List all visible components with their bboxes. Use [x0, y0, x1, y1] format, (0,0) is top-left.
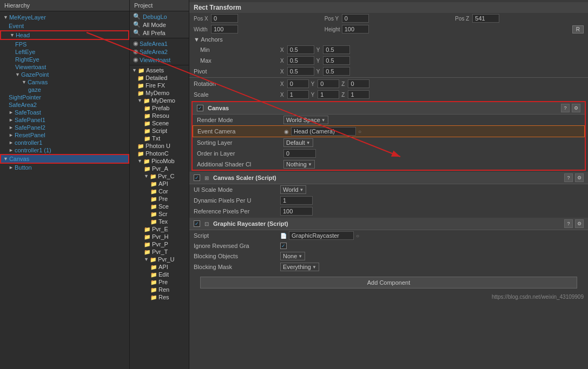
folder-mydemo1[interactable]: 📁 MyDemo — [130, 89, 189, 97]
folder-sce[interactable]: 📁 Sce — [130, 203, 189, 210]
project-search-item[interactable]: 🔍 DebugLo — [130, 12, 189, 21]
folder-pvr-e[interactable]: 📁 Pvr_E — [130, 225, 189, 233]
anchor-min-y[interactable] — [323, 45, 350, 54]
scaler-help-icon[interactable]: ? — [564, 173, 573, 182]
hierarchy-item-head[interactable]: ▼ Head — [0, 30, 129, 40]
folder-script[interactable]: 📁 Script — [130, 127, 189, 135]
ui-scale-dropdown[interactable]: World ▼ — [280, 185, 306, 194]
canvas-settings-icon[interactable]: ⚙ — [572, 104, 580, 112]
folder-assets[interactable]: ▼ 📁 Assets — [130, 66, 189, 74]
folder-scr[interactable]: 📁 Scr — [130, 210, 189, 218]
scene-safearea1[interactable]: ◉ SafeArea1 — [130, 39, 189, 48]
height-input[interactable] — [342, 25, 369, 33]
folder-cor[interactable]: 📁 Cor — [130, 187, 189, 195]
raycaster-settings-icon[interactable]: ⚙ — [575, 219, 584, 228]
canvas-help-icon[interactable]: ? — [561, 104, 570, 112]
canvas-section-header[interactable]: Canvas ? ⚙ — [193, 102, 585, 115]
blocking-objects-dropdown[interactable]: None ▼ — [280, 252, 305, 260]
sorting-layer-dropdown[interactable]: Default ▼ — [283, 138, 313, 147]
pivot-y[interactable] — [323, 67, 350, 76]
folder-photonc[interactable]: 📁 PhotonC — [130, 150, 189, 157]
hierarchy-item-viewertoast[interactable]: Viewertoast — [0, 63, 129, 71]
folder-api1[interactable]: 📁 API — [130, 180, 189, 187]
render-mode-dropdown[interactable]: World Space ▼ — [283, 116, 328, 124]
hierarchy-item-fps[interactable]: FPS — [0, 41, 129, 48]
anchor-min-x[interactable] — [287, 45, 314, 54]
folder-pvr-c[interactable]: ▼ 📁 Pvr_C — [130, 172, 189, 180]
hierarchy-item-resetpanel[interactable]: ► ResetPanel — [0, 131, 129, 139]
hierarchy-item-safetoast[interactable]: ► SafeToast — [0, 109, 129, 116]
anchor-max-y[interactable] — [323, 56, 350, 65]
hierarchy-item-controller1[interactable]: ► controller1 — [0, 139, 129, 146]
folder-pvr-a[interactable]: 📁 Pvr_A — [130, 165, 189, 172]
folder-resou[interactable]: 📁 Resou — [130, 112, 189, 119]
folder-pvr-u[interactable]: ▼ 📁 Pvr_U — [130, 256, 189, 263]
folder-pvr-p[interactable]: 📁 Pvr_P — [130, 240, 189, 248]
folder-picomob[interactable]: ▼ 📁 PicoMob — [130, 157, 189, 165]
hierarchy-item-controller1-1[interactable]: ► controller1 (1) — [0, 146, 129, 154]
assets-list[interactable]: ▼ 📁 Assets 📁 Detailed 📁 Fire FX 📁 MyDemo… — [130, 65, 189, 369]
inspector-scroll[interactable]: Rect Transform Pos X Pos Y Pos Z — [189, 0, 588, 369]
hierarchy-list[interactable]: ▼ MeKeyeLayer Event ▼ Head FPS LeftEye R… — [0, 11, 129, 369]
shader-dropdown[interactable]: Nothing ▼ — [283, 160, 315, 169]
hierarchy-item-lefteye[interactable]: LeftEye — [0, 48, 129, 56]
folder-prefab[interactable]: 📁 Prefab — [130, 104, 189, 112]
hierarchy-item-sightpointer[interactable]: SightPointer — [0, 93, 129, 101]
scaler-settings-icon[interactable]: ⚙ — [575, 173, 584, 182]
folder-pre1[interactable]: 📁 Pre — [130, 195, 189, 203]
folder-scene[interactable]: 📁 Scene — [130, 119, 189, 127]
project-all-prefa[interactable]: 🔍 All Prefa — [130, 29, 189, 37]
raycaster-checkbox[interactable] — [194, 220, 200, 227]
rot-x[interactable] — [287, 79, 309, 88]
order-layer-input[interactable] — [283, 149, 316, 158]
canvas-checkbox[interactable] — [197, 105, 203, 111]
hierarchy-item-gaze[interactable]: gaze — [0, 86, 129, 93]
scene-viewertoast[interactable]: ◉ Viewertoast — [130, 56, 189, 64]
hierarchy-item-button[interactable]: ► Button — [0, 164, 129, 171]
hierarchy-item-safearea2[interactable]: SafeArea2 — [0, 101, 129, 109]
scale-x[interactable] — [287, 90, 309, 99]
width-input[interactable] — [211, 25, 238, 33]
blocking-mask-dropdown[interactable]: Everything ▼ — [280, 263, 319, 271]
pos-y-input[interactable] — [342, 14, 369, 23]
hierarchy-item-safepanel1[interactable]: ► SafePanel1 — [0, 116, 129, 124]
folder-detailed[interactable]: 📁 Detailed — [130, 74, 189, 82]
scene-safearea2[interactable]: ◉ SafeArea2 — [130, 48, 189, 56]
folder-pre2[interactable]: 📁 Pre — [130, 278, 189, 286]
rot-z[interactable] — [348, 79, 369, 88]
raycaster-help-icon[interactable]: ? — [564, 219, 573, 228]
scale-z[interactable] — [348, 90, 369, 99]
scaler-checkbox[interactable] — [194, 175, 200, 181]
pos-x-input[interactable] — [211, 14, 238, 23]
folder-api2[interactable]: 📁 API — [130, 263, 189, 271]
canvas-scaler-header[interactable]: ⊞ Canvas Scaler (Script) ? ⚙ — [189, 172, 588, 184]
ignore-checkbox[interactable] — [280, 243, 287, 249]
reference-input[interactable] — [280, 207, 313, 216]
pos-z-input[interactable] — [472, 14, 499, 23]
folder-mydemo2[interactable]: ▼ 📁 MyDemo — [130, 97, 189, 104]
add-component-button[interactable]: Add Component — [200, 277, 577, 289]
hierarchy-item-event[interactable]: Event — [0, 22, 129, 30]
folder-tex[interactable]: 📁 Tex — [130, 218, 189, 225]
folder-pvr-h[interactable]: 📁 Pvr_H — [130, 233, 189, 240]
folder-ren[interactable]: 📁 Ren — [130, 286, 189, 293]
folder-edit[interactable]: 📁 Edit — [130, 271, 189, 278]
rot-y[interactable] — [318, 79, 339, 88]
project-all-mode[interactable]: 🔍 All Mode — [130, 21, 189, 29]
pivot-x[interactable] — [287, 67, 314, 76]
folder-fire[interactable]: 📁 Fire FX — [130, 82, 189, 89]
folder-pvr-t[interactable]: 📁 Pvr_T — [130, 248, 189, 256]
hierarchy-item-gazepoint[interactable]: ▼ GazePoint — [0, 71, 129, 78]
hierarchy-item-mekeyplayer[interactable]: ▼ MeKeyeLayer — [0, 12, 129, 22]
hierarchy-item-canvas-gaze[interactable]: ▼ Canvas — [0, 78, 129, 86]
r-button[interactable]: R — [572, 25, 584, 33]
raycaster-header[interactable]: ⊡ Graphic Raycaster (Script) ? ⚙ — [189, 218, 588, 230]
scale-y[interactable] — [318, 90, 339, 99]
folder-txt[interactable]: 📁 Txt — [130, 135, 189, 142]
folder-photon[interactable]: 📁 Photon U — [130, 142, 189, 150]
hierarchy-item-safepanel2[interactable]: ► SafePanel2 — [0, 124, 129, 131]
folder-res[interactable]: 📁 Res — [130, 293, 189, 301]
anchor-max-x[interactable] — [287, 56, 314, 65]
hierarchy-item-canvas-root[interactable]: ▼ Canvas — [0, 154, 129, 164]
dynamic-input[interactable] — [280, 196, 313, 205]
